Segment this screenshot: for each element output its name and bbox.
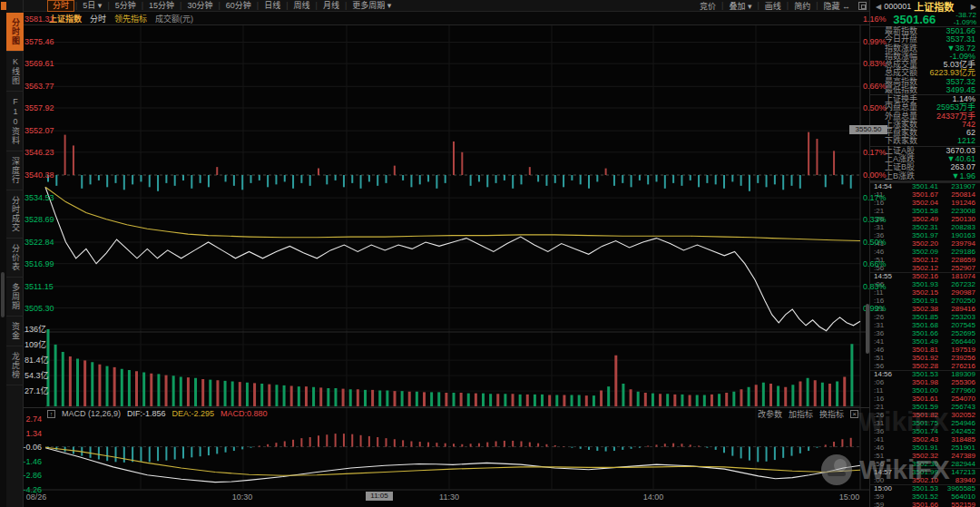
chart-measure-label[interactable]: 成交额(元) [155,13,193,24]
macd-dif-value: DIF:-1.856 [127,409,166,418]
tick-volume: 282944 [938,460,975,468]
tick-volume: 253203 [938,313,975,321]
tick-time: :21 [874,207,897,215]
chart-header: 上证指数 分时 领先指标 成交额(元) [24,12,869,24]
tick-time: :59 [874,501,897,507]
toolbar-button-2[interactable]: 叠加 ▾ [724,0,756,12]
tick-time: 14:54 [874,182,897,190]
tick-row: :513502.32247389 [870,452,980,460]
tick-price: 3501.97 [897,231,938,239]
period-tab-5[interactable]: 30分钟 [182,1,217,11]
tick-time: :11 [874,190,897,199]
sidebar-scrollbar[interactable] [1,272,5,317]
chart-canvas[interactable] [0,0,980,507]
tick-time: :46 [874,346,897,354]
macd-dea-value: DEA:-2.295 [172,409,215,418]
period-tab-3[interactable]: 5分钟 [111,1,141,11]
tick-row: :563502.28276216 [870,362,980,370]
tick-time: :41 [874,337,897,346]
period-tabs: 分时|5日 ▾|5分钟|15分钟|30分钟|60分钟|日线|周线|月线|更多周期… [47,0,396,12]
tick-row: :063501.98255306 [870,378,980,386]
chart-mode-label: 分时 [90,13,106,24]
tick-row: :513502.12228659 [870,256,980,264]
sidebar-item-8[interactable]: 资金 [6,317,24,346]
tick-price: 3502.38 [897,305,938,313]
toolbar-button-5[interactable]: 隐藏 ↔ [818,0,855,12]
tick-row: 14:573501.99147213 [870,468,980,476]
toolbar-button-3[interactable]: 画线 [760,0,786,12]
macd-name: MACD (12,26,9) [62,409,121,418]
tick-time: :16 [874,297,897,305]
macd-button-3[interactable]: 换指标 [819,408,844,420]
tick-volume: 207545 [938,321,975,329]
period-tab-2[interactable]: 5日 ▾ [78,1,106,11]
panel-resize-handle[interactable] [866,304,869,354]
period-tab-7[interactable]: 日线 [260,1,285,11]
sidebar-item-1[interactable]: 分时图 [6,13,24,52]
tick-time: :11 [874,288,897,297]
sidebar-item-4[interactable]: 深度行 [6,151,24,190]
period-tab-1[interactable]: 分时 [47,0,74,12]
toolbar-button-1[interactable]: 竞价 [695,0,720,12]
tick-time: :16 [874,199,897,207]
tick-volume: 254946 [938,419,975,427]
tick-volume: 250814 [938,190,975,199]
tick-time: 14:56 [874,370,897,378]
period-tab-10[interactable]: 更多周期 ▾ [348,1,396,11]
tick-volume: 318485 [938,435,975,444]
indicator-toggle-icon[interactable]: ↑ [47,410,55,418]
sidebar-item-2[interactable]: K线图 [6,52,24,92]
tick-time: :51 [874,452,897,460]
period-tab-6[interactable]: 60分钟 [221,1,256,11]
tick-row: :463501.81197519 [870,346,980,354]
tick-row: :113501.67250814 [870,190,980,199]
tick-price: 3501.68 [897,321,938,329]
tick-price: 3502.15 [897,288,938,297]
tick-volume: 552159 [938,501,975,507]
toolbar-button-4[interactable]: 简约 [789,0,815,12]
tick-price: 3502.04 [897,199,938,207]
sidebar-item-6[interactable]: 分价表 [6,239,24,278]
stat-group: 上证A股3670.03上A涨跌▼40.61上证B股263.07上B涨跌▼1.96 [870,147,980,181]
macd-button-1[interactable]: 改参数 [758,408,782,420]
sidebar-item-5[interactable]: 分时成交 [6,190,24,239]
tick-volume: 276216 [938,362,975,370]
tick-row: :463501.91251901 [870,444,980,452]
tick-time: :06 [874,378,897,386]
tick-volume: 189309 [938,370,975,378]
tick-volume: 239256 [938,354,975,362]
tick-row: 14:563501.53189309 [870,370,980,378]
period-tab-9[interactable]: 月线 [318,1,344,11]
tick-volume: 277960 [938,386,975,395]
tick-volume: 190163 [938,231,975,239]
tick-time: :56 [874,264,897,272]
expand-icon[interactable] [858,2,867,10]
tick-time: :31 [874,223,897,231]
stat-label: 下跌家数 [885,137,917,145]
tick-time: :16 [874,395,897,403]
tick-price: 3501.82 [897,411,938,419]
next-symbol-arrow[interactable]: ▶ [971,3,976,11]
tick-price: 3502.12 [897,264,938,272]
tick-row: :313501.68207545 [870,321,980,329]
stat-row: 最低指数3499.45 [870,86,980,94]
sidebar-item-3[interactable]: F10资料 [6,92,24,151]
tick-row: :263501.82302052 [870,411,980,419]
tick-time: :26 [874,215,897,223]
indicator-close-icon[interactable]: × [850,410,858,418]
toolbar-right-buttons: 竞价|叠加 ▾|画线|简约|隐藏 ↔ [695,0,869,12]
sidebar-item-9[interactable]: 龙虎榜 [6,346,24,385]
macd-button-2[interactable]: 加指标 [789,408,813,420]
tick-volume: 242452 [938,427,975,435]
tick-row: 14:553502.16181074 [870,272,980,280]
tick-price: 3501.59 [897,403,938,411]
period-tab-8[interactable]: 周线 [289,1,315,11]
tick-volume: 270250 [938,297,975,305]
tick-time: :46 [874,444,897,452]
period-tab-4[interactable]: 15分钟 [144,1,179,11]
prev-symbol-arrow[interactable]: ◀ [876,3,881,11]
tick-time: :11 [874,386,897,395]
chart-indicator-label[interactable]: 领先指标 [114,13,147,24]
sidebar-item-7[interactable]: 多周期 [6,278,24,317]
tick-price: 3501.00 [897,386,938,395]
